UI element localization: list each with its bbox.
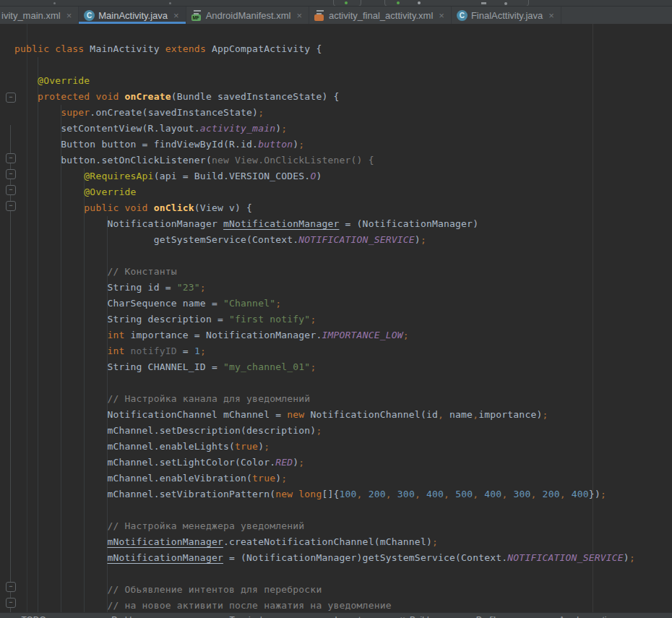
- code-token: 300: [513, 489, 530, 499]
- tool-window-button-app-inspection[interactable]: ◫App Inspection: [548, 615, 616, 618]
- fold-marker-icon[interactable]: −: [6, 169, 16, 179]
- code-area[interactable]: public class MainActivity extends AppCom…: [0, 41, 672, 612]
- code-token: onCreate: [125, 91, 171, 102]
- code-line[interactable]: // Обьявление интентов для переброски: [0, 582, 672, 598]
- code-line[interactable]: @Override: [0, 73, 672, 89]
- code-token: ;: [258, 107, 264, 118]
- editor-tab-bar: ivity_main.xml×CMainActivity.java×MFAndr…: [0, 7, 672, 24]
- code-token: button.setOnClickListener(: [14, 155, 212, 166]
- code-line[interactable]: getSystemService(Context.NOTIFICATION_SE…: [0, 232, 672, 248]
- fold-marker-icon[interactable]: −: [6, 185, 16, 195]
- code-line[interactable]: mNotificationManager.createNotificationC…: [0, 534, 672, 550]
- code-line[interactable]: mChannel.setVibrationPattern(new long[]{…: [0, 486, 672, 502]
- status-dot-icon: [397, 1, 400, 4]
- close-tab-icon[interactable]: ×: [548, 11, 554, 20]
- code-token: 500: [455, 489, 473, 499]
- toolbar-mark: [504, 2, 507, 5]
- code-line[interactable]: int notifyID = 1;: [0, 343, 672, 359]
- code-line[interactable]: protected void onCreate(Bundle savedInst…: [0, 89, 672, 105]
- code-line[interactable]: mChannel.setLightColor(Color.RED);: [0, 455, 672, 471]
- code-token: 200: [543, 489, 560, 499]
- code-line[interactable]: String CHANNEL_ID = "my_channel_01";: [0, 359, 672, 375]
- code-token: = (NotificationManager): [340, 218, 479, 229]
- code-token: 100: [340, 489, 357, 499]
- code-token: 400: [426, 489, 444, 499]
- code-line[interactable]: setContentView(R.layout.activity_main);: [0, 121, 672, 137]
- tab-ivity-main-xml[interactable]: ivity_main.xml×: [0, 7, 79, 24]
- tool-window-button-build[interactable]: ⚒Build: [399, 615, 429, 618]
- code-line[interactable]: mChannel.enableVibration(true);: [0, 471, 672, 486]
- code-token: ;: [432, 536, 438, 547]
- close-tab-icon[interactable]: ×: [66, 11, 72, 20]
- tab-finalacttivity-java[interactable]: CFinalActtivity.java×: [452, 7, 561, 24]
- tab-activity-final-acttivity-xml[interactable]: activity_final_acttivity.xml×: [309, 7, 452, 24]
- code-line[interactable]: mChannel.enableLights(true);: [0, 439, 672, 455]
- tab-androidmanifest-xml[interactable]: MFAndroidManifest.xml×: [186, 7, 309, 24]
- code-line[interactable]: NotificationChannel mChannel = new Notif…: [0, 407, 672, 423]
- code-token: [14, 202, 84, 213]
- tool-window-button-todo[interactable]: ≡TODO: [13, 615, 46, 618]
- code-line[interactable]: public void onClick(View v) {: [0, 200, 672, 216]
- tab-label: AndroidManifest.xml: [206, 10, 291, 21]
- code-token: [421, 489, 426, 499]
- code-token: "my_channel_01": [223, 361, 310, 372]
- code-line[interactable]: String description = "first notify";: [0, 312, 672, 327]
- code-line[interactable]: @Override: [0, 184, 672, 200]
- fold-marker-icon[interactable]: −: [6, 153, 16, 163]
- code-token: [14, 171, 84, 181]
- code-token: [14, 584, 107, 595]
- code-token: [14, 520, 107, 531]
- fold-marker-icon[interactable]: −: [6, 93, 16, 103]
- code-line[interactable]: // на новое активити после нажатия на ув…: [0, 598, 672, 612]
- tool-window-button-profiler[interactable]: ◔Profiler: [468, 615, 504, 618]
- code-line[interactable]: Button button = findViewById(R.id.button…: [0, 137, 672, 153]
- code-token: // Обьявление интентов для переброски: [107, 584, 322, 595]
- device-widget-sliver[interactable]: [384, 0, 529, 7]
- code-line[interactable]: public class MainActivity extends AppCom…: [0, 41, 672, 57]
- tab-label: MainActivity.java: [98, 10, 168, 21]
- fold-marker-icon[interactable]: −: [6, 201, 16, 211]
- code-line[interactable]: mNotificationManager = (NotificationMana…: [0, 550, 672, 566]
- fold-marker-icon[interactable]: −: [6, 582, 16, 592]
- code-line[interactable]: @RequiresApi(api = Build.VERSION_CODES.O…: [0, 168, 672, 184]
- close-tab-icon[interactable]: ×: [439, 11, 444, 20]
- code-line[interactable]: [0, 502, 672, 518]
- close-tab-icon[interactable]: ×: [173, 11, 179, 20]
- code-line[interactable]: String id = "23";: [0, 280, 672, 296]
- code-line[interactable]: button.setOnClickListener(new View.OnCli…: [0, 153, 672, 168]
- close-tab-icon[interactable]: ×: [296, 11, 302, 20]
- code-token: String description =: [14, 314, 229, 325]
- tool-window-button-problems[interactable]: ⊕Problems: [101, 615, 148, 618]
- code-token: ,: [357, 489, 363, 499]
- code-line[interactable]: [0, 57, 672, 73]
- code-token: true: [252, 473, 275, 484]
- code-line[interactable]: CharSequence name = "Channel";: [0, 296, 672, 312]
- code-token: importance): [478, 409, 542, 420]
- code-token: ,: [560, 489, 566, 499]
- code-line[interactable]: [0, 248, 672, 264]
- code-line[interactable]: int importance = NotificationManager.IMP…: [0, 327, 672, 343]
- code-line[interactable]: mChannel.setDescription(description);: [0, 423, 672, 439]
- code-line[interactable]: // Настройка менеджера уведомлений: [0, 518, 672, 534]
- code-token: ;: [421, 234, 426, 245]
- code-line[interactable]: // Настройка канала для уведомлений: [0, 391, 672, 407]
- code-token: // Константы: [107, 266, 176, 277]
- code-editor[interactable]: public class MainActivity extends AppCom…: [0, 24, 672, 612]
- tab-mainactivity-java[interactable]: CMainActivity.java×: [79, 7, 186, 24]
- code-token: name: [444, 409, 473, 420]
- code-token: mChannel.enableLights(: [14, 441, 235, 452]
- tool-window-button-terminal[interactable]: ▣Terminal: [218, 615, 262, 618]
- code-token: [14, 186, 84, 197]
- tab-label: FinalActtivity.java: [471, 10, 543, 21]
- code-line[interactable]: super.onCreate(savedInstanceState);: [0, 105, 672, 121]
- code-token: ): [624, 552, 629, 563]
- tool-window-button-logcat[interactable]: ▤Logcat: [324, 615, 361, 618]
- code-token: ;: [298, 457, 304, 468]
- tool-window-label: Profiler: [476, 615, 504, 618]
- fold-marker-icon[interactable]: −: [6, 598, 16, 608]
- code-line[interactable]: [0, 566, 672, 582]
- code-line[interactable]: [0, 375, 672, 391]
- code-line[interactable]: // Константы: [0, 264, 672, 280]
- code-line[interactable]: NotificationManager mNotificationManager…: [0, 216, 672, 232]
- run-icon[interactable]: [345, 1, 348, 4]
